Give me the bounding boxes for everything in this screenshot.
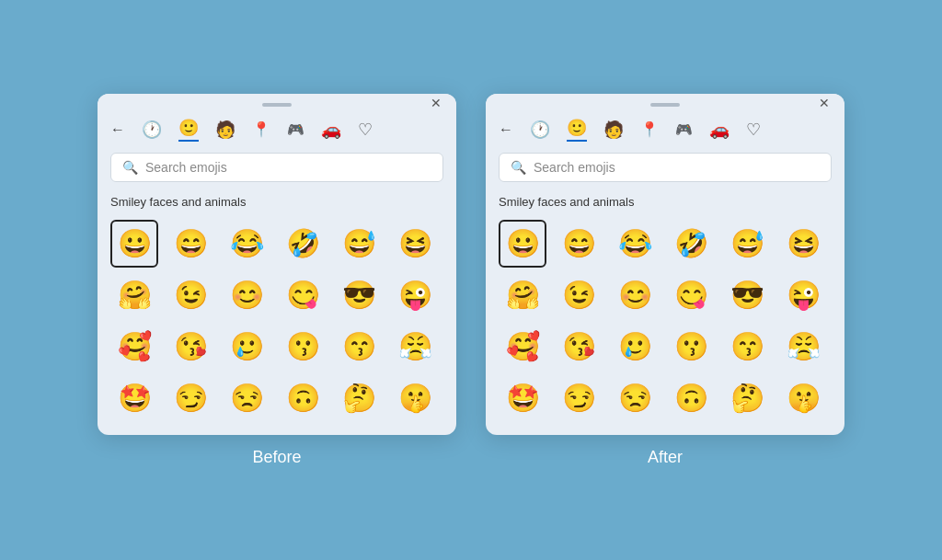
after-nav-back[interactable]: ←	[499, 121, 513, 138]
before-emoji-8[interactable]: 😊	[223, 271, 270, 319]
before-emoji-7[interactable]: 😉	[167, 271, 214, 319]
before-emoji-19[interactable]: 😏	[167, 374, 214, 422]
after-nav-recent[interactable]: 🕐	[530, 120, 550, 140]
after-emoji-21[interactable]: 🙃	[667, 374, 715, 422]
after-emoji-12[interactable]: 🥰	[499, 323, 546, 371]
after-nav-activities[interactable]: 🎮	[675, 121, 693, 138]
after-emoji-19[interactable]: 😏	[555, 374, 603, 422]
after-search-placeholder: Search emojis	[534, 160, 615, 175]
after-emoji-4[interactable]: 😅	[723, 220, 771, 268]
before-nav-activities[interactable]: 🎮	[287, 121, 304, 138]
after-emoji-10[interactable]: 😎	[723, 271, 771, 319]
after-emoji-9[interactable]: 😋	[667, 271, 715, 319]
panels-container: ✕ ← 🕐 🙂 🧑 📍 🎮 🚗 ♡ 🔍 Search emojis Smiley…	[98, 94, 844, 467]
after-emoji-23[interactable]: 🤫	[779, 374, 827, 422]
before-search-bar[interactable]: 🔍 Search emojis	[110, 153, 443, 182]
after-search-bar[interactable]: 🔍 Search emojis	[499, 153, 832, 182]
after-close-button[interactable]: ✕	[817, 96, 832, 110]
after-emoji-0[interactable]: 😀	[499, 220, 546, 268]
after-emoji-15[interactable]: 😗	[667, 323, 715, 371]
before-emoji-17[interactable]: 😤	[391, 323, 439, 371]
before-nav-bar: ← 🕐 🙂 🧑 📍 🎮 🚗 ♡	[98, 112, 456, 149]
before-emoji-10[interactable]: 😎	[335, 271, 383, 319]
after-emoji-13[interactable]: 😘	[555, 323, 603, 371]
before-emoji-23[interactable]: 🤫	[391, 374, 439, 422]
before-close-button[interactable]: ✕	[429, 96, 443, 110]
before-search-placeholder: Search emojis	[145, 160, 227, 175]
after-emoji-1[interactable]: 😄	[555, 220, 603, 268]
before-emoji-9[interactable]: 😋	[279, 271, 327, 319]
before-nav-back[interactable]: ←	[110, 121, 125, 138]
after-nav-smileys[interactable]: 🙂	[567, 118, 587, 142]
after-nav-places[interactable]: 📍	[640, 120, 659, 138]
before-nav-travel[interactable]: 🚗	[321, 120, 341, 140]
before-emoji-0[interactable]: 😀	[110, 220, 158, 268]
after-emoji-11[interactable]: 😜	[779, 271, 827, 319]
after-emoji-14[interactable]: 🥲	[611, 323, 659, 371]
before-label: Before	[252, 448, 301, 467]
before-emoji-1[interactable]: 😄	[167, 220, 214, 268]
before-emoji-21[interactable]: 🙃	[279, 374, 327, 422]
after-emoji-2[interactable]: 😂	[611, 220, 659, 268]
after-nav-travel[interactable]: 🚗	[709, 120, 729, 140]
before-title-bar: ✕	[98, 94, 456, 112]
before-nav-places[interactable]: 📍	[252, 120, 270, 138]
after-picker: ✕ ← 🕐 🙂 🧑 📍 🎮 🚗 ♡ 🔍 Search emojis Smiley…	[486, 94, 844, 435]
before-emoji-12[interactable]: 🥰	[110, 323, 158, 371]
after-title-bar: ✕	[486, 94, 844, 112]
after-emoji-16[interactable]: 😙	[723, 323, 771, 371]
before-picker: ✕ ← 🕐 🙂 🧑 📍 🎮 🚗 ♡ 🔍 Search emojis Smiley…	[98, 94, 456, 435]
before-drag-handle	[262, 103, 292, 107]
before-nav-symbols[interactable]: ♡	[358, 120, 373, 140]
after-emoji-7[interactable]: 😉	[555, 271, 603, 319]
before-emoji-15[interactable]: 😗	[279, 323, 327, 371]
after-nav-bar: ← 🕐 🙂 🧑 📍 🎮 🚗 ♡	[486, 112, 844, 149]
before-emoji-16[interactable]: 😙	[335, 323, 383, 371]
after-emoji-22[interactable]: 🤔	[723, 374, 771, 422]
after-label: After	[648, 448, 683, 467]
before-emoji-14[interactable]: 🥲	[223, 323, 270, 371]
after-emoji-grid: 😀 😄 😂 🤣 😅 😆 🤗 😉 😊 😋 😎 😜 🥰 😘 🥲 😗 😙 😤 🤩	[486, 216, 844, 435]
before-emoji-13[interactable]: 😘	[167, 323, 214, 371]
before-emoji-6[interactable]: 🤗	[110, 271, 158, 319]
before-nav-smileys[interactable]: 🙂	[178, 118, 199, 142]
after-emoji-6[interactable]: 🤗	[499, 271, 546, 319]
before-emoji-grid: 😀 😄 😂 🤣 😅 😆 🤗 😉 😊 😋 😎 😜 🥰 😘 🥲 😗 😙 😤 🤩	[98, 216, 456, 435]
after-section-label: Smiley faces and animals	[486, 191, 844, 216]
before-emoji-2[interactable]: 😂	[223, 220, 270, 268]
before-emoji-20[interactable]: 😒	[223, 374, 270, 422]
after-panel-wrapper: ✕ ← 🕐 🙂 🧑 📍 🎮 🚗 ♡ 🔍 Search emojis Smiley…	[486, 94, 844, 467]
before-panel-wrapper: ✕ ← 🕐 🙂 🧑 📍 🎮 🚗 ♡ 🔍 Search emojis Smiley…	[98, 94, 456, 467]
before-emoji-22[interactable]: 🤔	[335, 374, 383, 422]
after-emoji-20[interactable]: 😒	[611, 374, 659, 422]
after-emoji-17[interactable]: 😤	[779, 323, 827, 371]
before-nav-people[interactable]: 🧑	[215, 120, 236, 140]
after-nav-symbols[interactable]: ♡	[746, 120, 761, 140]
after-drag-handle	[650, 103, 680, 107]
after-emoji-18[interactable]: 🤩	[499, 374, 546, 422]
before-emoji-18[interactable]: 🤩	[110, 374, 158, 422]
before-emoji-4[interactable]: 😅	[335, 220, 383, 268]
before-emoji-3[interactable]: 🤣	[279, 220, 327, 268]
before-emoji-5[interactable]: 😆	[391, 220, 439, 268]
before-search-icon: 🔍	[122, 160, 138, 175]
before-emoji-11[interactable]: 😜	[391, 271, 439, 319]
after-nav-people[interactable]: 🧑	[603, 120, 624, 140]
after-emoji-5[interactable]: 😆	[779, 220, 827, 268]
after-emoji-8[interactable]: 😊	[611, 271, 659, 319]
after-emoji-3[interactable]: 🤣	[667, 220, 715, 268]
before-section-label: Smiley faces and animals	[98, 191, 456, 216]
after-search-icon: 🔍	[511, 160, 526, 175]
before-nav-recent[interactable]: 🕐	[142, 120, 162, 140]
